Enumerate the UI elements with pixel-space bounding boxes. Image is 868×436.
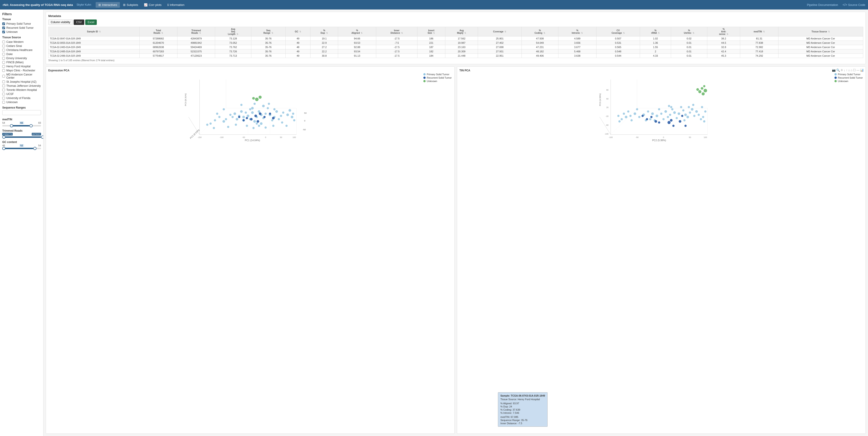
tooltip-seqrange-value: 35-76: [521, 419, 527, 422]
col-rrna[interactable]: %rRNA ⇅: [640, 27, 671, 36]
svg-point-41: [240, 110, 243, 113]
col-total-reads[interactable]: TotalReads ⇅: [140, 27, 177, 36]
col-aligned[interactable]: %Aligned ⇅: [338, 27, 376, 36]
ts-toronto-western[interactable]: Toronto Western Hospital: [2, 88, 41, 92]
csv-button[interactable]: CSV: [74, 20, 84, 25]
col-coverage[interactable]: Coverage ⇅: [478, 27, 522, 36]
table-cell: 5.468: [558, 50, 596, 54]
filters-title: Filters: [2, 12, 41, 16]
pipeline-docs-link[interactable]: Pipeline Documentation: [807, 3, 838, 7]
svg-point-56: [218, 116, 220, 118]
col-avg-mapq[interactable]: AvgMapQ ⇅: [445, 27, 478, 36]
gc-thumb-left[interactable]: [2, 147, 5, 150]
table-cell: 93.53: [338, 41, 376, 45]
svg-point-74: [227, 126, 229, 128]
svg-point-133: [698, 114, 700, 116]
toggle-spike-icon[interactable]: ☐: [853, 68, 856, 72]
col-medtin[interactable]: medTIN ⇅: [740, 27, 778, 36]
col-avg-seq-length[interactable]: AvgSeqLength ⇅: [215, 27, 251, 36]
col-sample-id[interactable]: Sample ID ⇅: [49, 27, 140, 36]
col-gc[interactable]: GC ⇅: [285, 27, 310, 36]
trimmed-reads-label: Trimmed Reads: [2, 129, 41, 132]
nav-item-information[interactable]: ℹ Information: [165, 2, 187, 8]
ts-fincb[interactable]: FINCB (Milan): [2, 61, 41, 64]
table-cell: 21.448: [445, 54, 478, 58]
camera-icon[interactable]: 📷: [832, 68, 836, 72]
trimmed-reads-thumb-left[interactable]: [2, 135, 5, 139]
tooltip-id-label: Inner Distance:: [500, 422, 518, 425]
col-cv-coverage[interactable]: CVCoverage ⇅: [596, 27, 640, 36]
download-icon[interactable]: ↓: [844, 68, 845, 72]
ts-henry-ford[interactable]: Henry Ford Hospital: [2, 65, 41, 68]
col-insert-size[interactable]: InsertSize ⇅: [417, 27, 445, 36]
legend-dot-unknown: [423, 80, 426, 82]
ts-emory[interactable]: Emory University: [2, 57, 41, 60]
legend-dot-primary: [423, 73, 426, 75]
nav-item-corr-plots[interactable]: 📈 Corr plots: [141, 2, 164, 8]
svg-point-161: [679, 120, 681, 123]
reset-icon[interactable]: —: [857, 68, 859, 72]
ts-university-florida[interactable]: University of Florida: [2, 97, 41, 100]
column-visibility-button[interactable]: Column visibility: [48, 20, 73, 25]
charts-row: Expression PCA Primary Solid Tumor Recur…: [46, 66, 866, 434]
col-inner-distance[interactable]: InnerDistance ⇅: [376, 27, 417, 36]
col-trimmed-reads[interactable]: TrimmedReads ⇅: [177, 27, 215, 36]
ts-st-josephs[interactable]: St Josephs Hospital (AZ): [2, 80, 41, 84]
crosshair-icon[interactable]: ✛: [841, 68, 843, 72]
upload-icon[interactable]: ↑: [846, 68, 847, 72]
medtin-slider-track: [2, 125, 41, 126]
table-cell: 73.762: [215, 45, 251, 50]
col-intronic[interactable]: %Intronic ⇅: [558, 27, 596, 36]
svg-point-65: [292, 113, 294, 115]
tooltip-seqrange: Sequence Range: 35-76: [500, 419, 545, 422]
medtin-thumb-left[interactable]: [10, 124, 13, 127]
svg-text:-60: -60: [606, 124, 609, 126]
svg-point-75: [223, 108, 225, 111]
source-code-link[interactable]: </> Source Code: [843, 3, 865, 7]
nav-label-information: Information: [170, 3, 184, 7]
svg-point-163: [670, 119, 673, 122]
table-cell: 27.402: [478, 41, 522, 45]
ts-case-western[interactable]: Case Western: [2, 40, 41, 43]
svg-point-145: [704, 111, 706, 113]
table-cell: 61204670: [140, 41, 177, 45]
ts-ucsf[interactable]: UCSF: [2, 92, 41, 96]
tissue-filter-unknown[interactable]: Unknown: [2, 30, 41, 34]
nav-item-subplots[interactable]: ⊞ Subplots: [120, 2, 141, 8]
home-icon[interactable]: ⌂: [848, 68, 850, 72]
legend-label-unknown: Unknown: [427, 80, 437, 83]
trimmed-reads-thumb-right[interactable]: [41, 135, 43, 139]
nav-item-interactives[interactable]: ⊞ Interactives: [96, 2, 120, 8]
table-cell: 48.182: [522, 50, 558, 54]
tooltip-intronic-value: 7.546: [513, 411, 519, 414]
ts-thomas-jefferson[interactable]: Thomas Jefferson University: [2, 84, 41, 88]
seq-ranges-input[interactable]: [2, 110, 41, 115]
svg-point-25: [247, 115, 249, 117]
col-dup[interactable]: %Dup ⇅: [310, 27, 338, 36]
barchart-icon[interactable]: 📊: [860, 68, 864, 72]
col-coding[interactable]: %Coding ⇅: [522, 27, 558, 36]
zoom-in-icon[interactable]: 🔍: [836, 68, 840, 72]
table-cell: 72.982: [740, 45, 778, 50]
col-seq-range[interactable]: SeqRange ⇅: [251, 27, 285, 36]
autoscale-icon[interactable]: ⌂: [850, 68, 852, 72]
svg-point-40: [256, 123, 258, 125]
expression-pca-title: Expression PCA: [48, 69, 452, 72]
tissue-filter-primary[interactable]: Primary Solid Tumor: [2, 22, 41, 25]
svg-point-168: [642, 115, 644, 117]
medtin-thumb-right[interactable]: [29, 124, 33, 127]
ts-unknown[interactable]: Unknown: [2, 101, 41, 104]
col-antisense[interactable]: %Anti-sense ⇅: [707, 27, 740, 36]
excel-button[interactable]: Excel: [85, 20, 97, 25]
tissue-filter-recurrent[interactable]: Recurrent Solid Tumor: [2, 26, 41, 29]
col-tissue-source[interactable]: Tissue Source ⇅: [778, 27, 863, 36]
ts-duke[interactable]: Duke: [2, 53, 41, 56]
table-cell: 1.36: [640, 41, 671, 45]
ts-mayo-clinic[interactable]: Mayo Clinic - Rochester: [2, 69, 41, 72]
ts-cedars-sinai[interactable]: Cedars Sinai: [2, 44, 41, 48]
col-univec[interactable]: %UniVec ⇅: [671, 27, 707, 36]
gc-thumb-right[interactable]: [33, 147, 36, 150]
medtin-min: 54: [2, 121, 5, 124]
ts-christiana[interactable]: Christiana Healthcare: [2, 49, 41, 52]
ts-md-anderson[interactable]: MD Anderson Cancer Center: [2, 73, 41, 79]
